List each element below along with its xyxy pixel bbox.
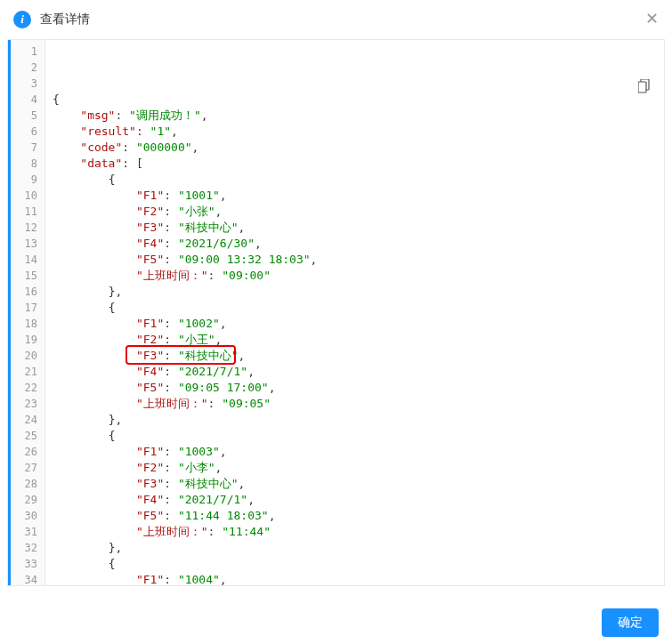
copy-icon[interactable] bbox=[638, 47, 651, 61]
code-line: "F1": "1003", bbox=[53, 444, 657, 460]
code-line: "F5": "11:44 18:03", bbox=[53, 508, 657, 524]
dialog-title: 查看详情 bbox=[40, 12, 90, 28]
line-number: 10 bbox=[11, 188, 37, 204]
line-number: 23 bbox=[11, 396, 37, 412]
code-content[interactable]: { "msg": "调用成功！", "result": "1", "code":… bbox=[45, 40, 664, 585]
code-line: "上班时间：": "11:44" bbox=[53, 524, 657, 540]
dialog-header: i 查看详情 ✕ bbox=[0, 0, 672, 39]
line-number: 31 bbox=[11, 524, 37, 540]
code-line: "F2": "小王", bbox=[53, 332, 657, 348]
line-number-gutter: 1234567891011121314151617181920212223242… bbox=[8, 40, 45, 585]
code-line: "F2": "小张", bbox=[53, 204, 657, 220]
line-number: 16 bbox=[11, 284, 37, 300]
code-line: "F4": "2021/6/30", bbox=[53, 236, 657, 252]
code-line: }, bbox=[53, 284, 657, 300]
line-number: 13 bbox=[11, 236, 37, 252]
line-number: 30 bbox=[11, 508, 37, 524]
code-line: "F3": "科技中心", bbox=[53, 348, 657, 364]
line-number: 14 bbox=[11, 252, 37, 268]
close-icon[interactable]: ✕ bbox=[645, 11, 659, 27]
line-number: 1 bbox=[11, 44, 37, 60]
line-number: 26 bbox=[11, 444, 37, 460]
code-line: "F1": "1004", bbox=[53, 572, 657, 586]
line-number: 6 bbox=[11, 124, 37, 140]
code-line: { bbox=[53, 300, 657, 316]
line-number: 34 bbox=[11, 572, 37, 586]
code-line: "F3": "科技中心", bbox=[53, 476, 657, 492]
line-number: 19 bbox=[11, 332, 37, 348]
line-number: 27 bbox=[11, 460, 37, 476]
code-line: "F5": "09:05 17:00", bbox=[53, 380, 657, 396]
line-number: 4 bbox=[11, 92, 37, 108]
code-line: "F4": "2021/7/1", bbox=[53, 492, 657, 508]
line-number: 24 bbox=[11, 412, 37, 428]
code-line: "F1": "1001", bbox=[53, 188, 657, 204]
code-line: "F2": "小李", bbox=[53, 460, 657, 476]
line-number: 9 bbox=[11, 172, 37, 188]
line-number: 22 bbox=[11, 380, 37, 396]
code-line: "data": [ bbox=[53, 156, 657, 172]
line-number: 25 bbox=[11, 428, 37, 444]
line-number: 7 bbox=[11, 140, 37, 156]
code-line: { bbox=[53, 428, 657, 444]
code-line: { bbox=[53, 172, 657, 188]
code-line: "F5": "09:00 13:32 18:03", bbox=[53, 252, 657, 268]
code-line: "上班时间：": "09:05" bbox=[53, 396, 657, 412]
line-number: 8 bbox=[11, 156, 37, 172]
line-number: 18 bbox=[11, 316, 37, 332]
code-line: }, bbox=[53, 412, 657, 428]
line-number: 2 bbox=[11, 60, 37, 76]
line-number: 3 bbox=[11, 76, 37, 92]
code-line: "F1": "1002", bbox=[53, 316, 657, 332]
line-number: 11 bbox=[11, 204, 37, 220]
line-number: 17 bbox=[11, 300, 37, 316]
code-viewer: 1234567891011121314151617181920212223242… bbox=[7, 39, 665, 586]
line-number: 5 bbox=[11, 108, 37, 124]
code-line: "code": "000000", bbox=[53, 140, 657, 156]
code-line: { bbox=[53, 92, 657, 108]
line-number: 12 bbox=[11, 220, 37, 236]
code-line: "上班时间：": "09:00" bbox=[53, 268, 657, 284]
line-number: 28 bbox=[11, 476, 37, 492]
code-line: { bbox=[53, 556, 657, 572]
code-line: "F3": "科技中心", bbox=[53, 220, 657, 236]
code-line: }, bbox=[53, 540, 657, 556]
line-number: 20 bbox=[11, 348, 37, 364]
line-number: 32 bbox=[11, 540, 37, 556]
line-number: 21 bbox=[11, 364, 37, 380]
line-number: 15 bbox=[11, 268, 37, 284]
dialog-footer: 确定 bbox=[602, 608, 659, 637]
confirm-button[interactable]: 确定 bbox=[602, 608, 659, 637]
code-line: "result": "1", bbox=[53, 124, 657, 140]
code-line: "msg": "调用成功！", bbox=[53, 108, 657, 124]
line-number: 29 bbox=[11, 492, 37, 508]
code-line: "F4": "2021/7/1", bbox=[53, 364, 657, 380]
info-icon: i bbox=[13, 11, 31, 28]
line-number: 33 bbox=[11, 556, 37, 572]
